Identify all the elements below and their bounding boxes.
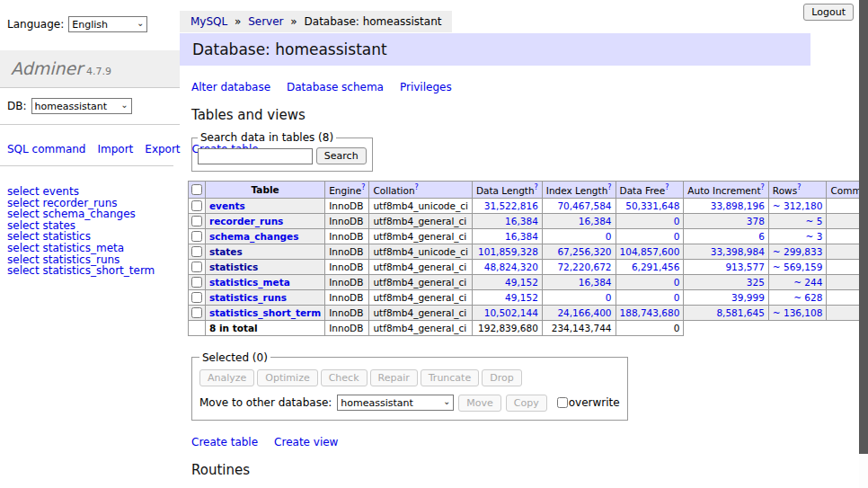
rows-link[interactable]: ~ 136,108	[773, 307, 823, 318]
row-checkbox[interactable]	[191, 246, 202, 257]
index-length-cell: 16,384	[542, 213, 616, 228]
index-length-link[interactable]: 24,166,400	[557, 307, 611, 318]
sidebar-action-import[interactable]: Import	[97, 143, 133, 155]
row-checkbox[interactable]	[191, 216, 202, 226]
data-free-link[interactable]: 0	[674, 277, 680, 288]
table-link-events[interactable]: events	[209, 200, 245, 211]
link-create-view[interactable]: Create view	[274, 436, 338, 448]
sidebar-action-sql-command[interactable]: SQL command	[7, 143, 85, 155]
auto-increment-link[interactable]: 378	[747, 216, 765, 226]
data-length-link[interactable]: 49,152	[505, 277, 538, 288]
table-link-recorder-runs[interactable]: recorder_runs	[209, 216, 283, 226]
data-length-link[interactable]: 10,502,144	[484, 307, 538, 318]
data-free-link[interactable]: 188,743,680	[620, 307, 680, 318]
link-create-table[interactable]: Create table	[191, 436, 258, 448]
auto-increment-link[interactable]: 6	[758, 231, 765, 242]
rows-link[interactable]: ~ 299,833	[773, 246, 823, 257]
overwrite-checkbox[interactable]	[557, 397, 568, 408]
select-all-checkbox[interactable]	[191, 184, 202, 195]
index-length-link[interactable]: 67,256,320	[557, 246, 611, 257]
rows-link[interactable]: ~ 244	[793, 277, 822, 288]
help-link[interactable]: ?	[665, 183, 669, 191]
collation-cell: utf8mb4_unicode_ci	[369, 244, 472, 259]
table-link-statistics-runs[interactable]: statistics_runs	[209, 292, 287, 303]
row-checkbox-cell	[189, 289, 206, 305]
table-link-statistics[interactable]: statistics	[209, 262, 258, 272]
auto-increment-link[interactable]: 913,577	[725, 262, 764, 272]
vertical-scrollbar[interactable]	[859, 0, 868, 488]
nav-link-alter-database[interactable]: Alter database	[191, 81, 270, 93]
auto-increment-link[interactable]: 33,398,984	[711, 246, 765, 257]
row-checkbox[interactable]	[191, 292, 202, 303]
index-length-link[interactable]: 72,220,672	[557, 262, 611, 272]
table-link-states[interactable]: states	[209, 246, 243, 257]
breadcrumb-separator: »	[231, 15, 244, 28]
data-free-link[interactable]: 104,857,600	[620, 246, 680, 257]
move-db-select[interactable]: homeassistant	[337, 395, 454, 411]
rows-link[interactable]: ~ 5	[806, 216, 823, 226]
data-length-link[interactable]: 48,824,320	[484, 262, 538, 272]
nav-link-database-schema[interactable]: Database schema	[287, 81, 384, 93]
search-input[interactable]	[198, 148, 313, 164]
sidebar-item-select-statistics-meta[interactable]: select statistics_meta	[7, 243, 180, 254]
data-length-link[interactable]: 16,384	[505, 231, 538, 242]
language-select[interactable]: English	[68, 16, 147, 32]
language-label: Language:	[7, 18, 64, 31]
auto-increment-link[interactable]: 325	[747, 277, 765, 288]
data-free-link[interactable]: 50,331,648	[625, 200, 679, 211]
row-checkbox[interactable]	[191, 231, 202, 242]
auto-increment-link[interactable]: 39,999	[731, 292, 765, 303]
index-length-link[interactable]: 16,384	[579, 277, 612, 288]
data-length-link[interactable]: 16,384	[505, 216, 538, 226]
help-link[interactable]: ?	[361, 183, 365, 191]
data-free-link[interactable]: 0	[674, 231, 680, 242]
rows-link[interactable]: ~ 3	[806, 231, 823, 242]
help-link[interactable]: ?	[415, 183, 419, 191]
index-length-cell: 70,467,584	[542, 198, 616, 213]
adminer-logo: Adminer4.7.9	[0, 50, 180, 88]
help-link[interactable]: ?	[797, 183, 801, 191]
logout-button[interactable]: Logout	[803, 4, 854, 21]
rows-cell: ~ 628	[768, 289, 827, 305]
table-link-statistics-short-term[interactable]: statistics_short_term	[209, 307, 321, 318]
sidebar-action-export[interactable]: Export	[145, 143, 180, 155]
rows-link[interactable]: ~ 569,159	[773, 262, 823, 272]
table-row-states: statesInnoDButf8mb4_unicode_ci101,859,32…	[189, 244, 868, 259]
rows-link[interactable]: ~ 312,180	[773, 200, 823, 211]
index-length-link[interactable]: 0	[606, 231, 612, 242]
data-length-link[interactable]: 31,522,816	[484, 200, 538, 211]
row-checkbox[interactable]	[191, 262, 202, 272]
data-free-cell: 0	[616, 213, 684, 228]
auto-increment-link[interactable]: 33,898,196	[711, 200, 765, 211]
help-link[interactable]: ?	[535, 183, 538, 191]
help-link[interactable]: ?	[761, 183, 765, 191]
row-checkbox[interactable]	[191, 200, 202, 211]
help-link[interactable]: ?	[607, 183, 611, 191]
sidebar-item-select-events[interactable]: select events	[7, 186, 180, 198]
rows-link[interactable]: ~ 628	[793, 292, 822, 303]
data-length-link[interactable]: 49,152	[505, 292, 538, 303]
search-button[interactable]: Search	[316, 147, 367, 164]
table-link-schema-changes[interactable]: schema_changes	[209, 231, 299, 242]
sidebar-item-select-schema-changes[interactable]: select schema_changes	[7, 209, 180, 220]
db-select[interactable]: homeassistant	[31, 98, 132, 114]
index-length-link[interactable]: 0	[606, 292, 612, 303]
breadcrumb-item-server[interactable]: Server	[248, 15, 283, 28]
breadcrumb-item-mysql[interactable]: MySQL	[190, 15, 227, 28]
data-free-link[interactable]: 0	[674, 292, 680, 303]
sidebar-item-select-statistics-short-term[interactable]: select statistics_short_term	[7, 265, 180, 277]
total-index-length: 234,143,744	[542, 320, 616, 335]
scrollbar-thumb[interactable]	[859, 0, 868, 454]
index-length-link[interactable]: 16,384	[579, 216, 612, 226]
index-length-link[interactable]: 70,467,584	[557, 200, 611, 211]
data-free-link[interactable]: 0	[674, 216, 680, 226]
nav-link-privileges[interactable]: Privileges	[400, 81, 452, 93]
engine-cell: InnoDB	[325, 305, 369, 320]
row-checkbox[interactable]	[191, 277, 202, 288]
table-link-statistics-meta[interactable]: statistics_meta	[209, 277, 290, 288]
data-length-link[interactable]: 101,859,328	[478, 246, 538, 257]
auto-increment-link[interactable]: 8,581,645	[716, 307, 764, 318]
row-checkbox[interactable]	[191, 307, 202, 318]
data-free-link[interactable]: 6,291,456	[632, 262, 679, 272]
search-fieldset: Search data in tables (8) Search	[191, 131, 373, 172]
